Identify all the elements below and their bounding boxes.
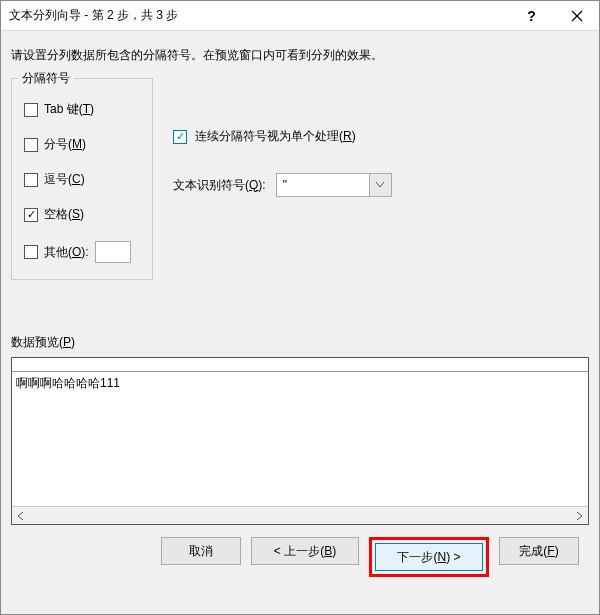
preview-box: 啊啊啊哈哈哈哈111 — [11, 357, 589, 525]
consecutive-label: 连续分隔符号视为单个处理(R) — [195, 128, 356, 145]
preview-header-strip — [12, 358, 588, 372]
delimiter-tab-row: Tab 键(T) — [24, 101, 140, 118]
titlebar: 文本分列向导 - 第 2 步，共 3 步 ? — [1, 1, 599, 31]
scroll-track[interactable] — [30, 507, 570, 524]
preview-horizontal-scrollbar[interactable] — [12, 506, 588, 524]
preview-inner: 啊啊啊哈哈哈哈111 — [12, 358, 588, 506]
delimiter-other-input[interactable] — [95, 241, 131, 263]
text-qualifier-combo[interactable]: " — [276, 173, 392, 197]
delimiter-comma-row: 逗号(C) — [24, 171, 140, 188]
close-button[interactable] — [554, 1, 599, 30]
scroll-left-button[interactable] — [12, 507, 30, 524]
finish-button[interactable]: 完成(F) — [499, 537, 579, 565]
delimiter-semicolon-checkbox[interactable] — [24, 138, 38, 152]
delimiter-other-checkbox[interactable] — [24, 245, 38, 259]
text-to-columns-wizard-dialog: 文本分列向导 - 第 2 步，共 3 步 ? 请设置分列数据所包含的分隔符号。在… — [0, 0, 600, 615]
delimiter-comma-checkbox[interactable] — [24, 173, 38, 187]
delimiter-space-checkbox[interactable] — [24, 208, 38, 222]
right-options: 连续分隔符号视为单个处理(R) 文本识别符号(Q): " — [173, 78, 392, 197]
preview-content: 啊啊啊哈哈哈哈111 — [12, 372, 588, 506]
help-button[interactable]: ? — [509, 1, 554, 30]
delimiters-legend: 分隔符号 — [18, 70, 74, 87]
next-button[interactable]: 下一步(N) > — [375, 543, 483, 571]
delimiter-space-label: 空格(S) — [44, 206, 84, 223]
preview-label: 数据预览(P) — [11, 334, 589, 351]
consecutive-checkbox[interactable] — [173, 130, 187, 144]
instruction-text: 请设置分列数据所包含的分隔符号。在预览窗口内可看到分列的效果。 — [11, 47, 589, 64]
delimiter-semicolon-row: 分号(M) — [24, 136, 140, 153]
options-row: 分隔符号 Tab 键(T) 分号(M) 逗号(C) — [11, 78, 589, 280]
close-icon — [571, 10, 583, 22]
titlebar-buttons: ? — [509, 1, 599, 30]
text-qualifier-row: 文本识别符号(Q): " — [173, 173, 392, 197]
chevron-down-icon — [376, 182, 384, 188]
next-button-highlight: 下一步(N) > — [369, 537, 489, 577]
delimiter-tab-label: Tab 键(T) — [44, 101, 94, 118]
delimiter-tab-checkbox[interactable] — [24, 103, 38, 117]
delimiter-semicolon-label: 分号(M) — [44, 136, 86, 153]
text-qualifier-dropdown-button[interactable] — [369, 174, 391, 196]
text-qualifier-value: " — [277, 174, 369, 196]
delimiter-other-row: 其他(O): — [24, 241, 140, 263]
dialog-body: 请设置分列数据所包含的分隔符号。在预览窗口内可看到分列的效果。 分隔符号 Tab… — [1, 31, 599, 614]
delimiter-comma-label: 逗号(C) — [44, 171, 85, 188]
window-title: 文本分列向导 - 第 2 步，共 3 步 — [9, 7, 509, 24]
delimiter-other-label: 其他(O): — [44, 244, 89, 261]
chevron-right-icon — [575, 512, 583, 520]
delimiter-space-row: 空格(S) — [24, 206, 140, 223]
chevron-left-icon — [17, 512, 25, 520]
back-button[interactable]: < 上一步(B) — [251, 537, 359, 565]
scroll-right-button[interactable] — [570, 507, 588, 524]
text-qualifier-label: 文本识别符号(Q): — [173, 177, 266, 194]
button-row: 取消 < 上一步(B) 下一步(N) > 完成(F) — [11, 525, 589, 591]
consecutive-row: 连续分隔符号视为单个处理(R) — [173, 128, 392, 145]
delimiters-group: 分隔符号 Tab 键(T) 分号(M) 逗号(C) — [11, 78, 153, 280]
cancel-button[interactable]: 取消 — [161, 537, 241, 565]
